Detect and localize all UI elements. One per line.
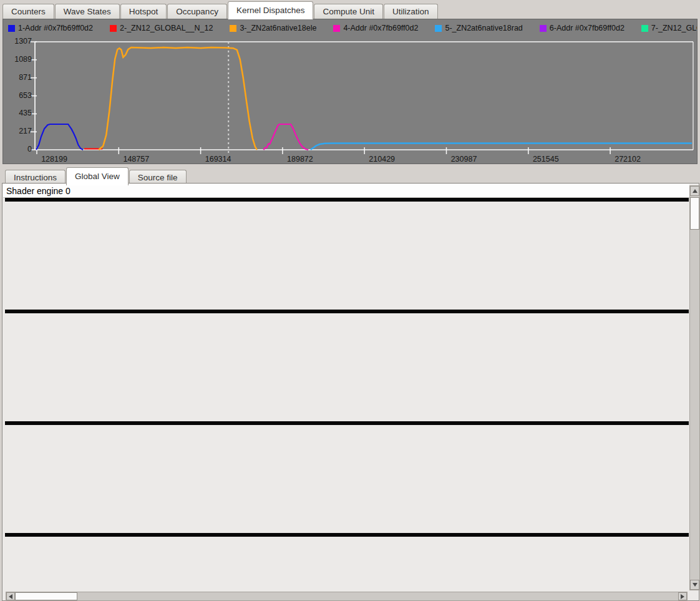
x-tick-label: 210429 [363, 155, 401, 164]
tab-wave-states[interactable]: Wave States [55, 4, 120, 19]
horizontal-scrollbar[interactable] [6, 592, 688, 601]
y-tick-label: 217 [6, 127, 32, 135]
tab-occupancy[interactable]: Occupancy [167, 4, 227, 19]
series-3-zn2at6native18ele [99, 47, 256, 150]
group-separator [5, 421, 689, 425]
x-tick-label: 251545 [527, 155, 565, 164]
global-view-panel: Shader engine 0 [2, 183, 699, 601]
y-tick-label: 435 [6, 109, 32, 117]
x-tick-label: 230987 [445, 155, 482, 164]
group-separator [5, 198, 689, 202]
scroll-right-button[interactable] [678, 592, 687, 600]
tab-hotspot[interactable]: Hotspot [120, 4, 167, 19]
scroll-left-button[interactable] [6, 592, 15, 600]
tab-compute-unit[interactable]: Compute Unit [314, 4, 383, 19]
y-tick-label: 1307 [6, 37, 32, 46]
arrow-right-icon [681, 594, 684, 599]
vertical-scrollbar[interactable] [689, 185, 700, 590]
tab-counters[interactable]: Counters [2, 4, 54, 19]
dispatch-timeline-chart[interactable] [3, 19, 698, 165]
series-4-addr-0x7fb69ff0d2 [263, 124, 308, 150]
tab-global-view[interactable]: Global View [66, 167, 129, 185]
arrow-down-icon [693, 583, 698, 587]
x-tick-label: 169314 [200, 155, 237, 164]
tab-utilization[interactable]: Utilization [384, 4, 438, 19]
x-tick-label: 189872 [281, 155, 319, 164]
x-tick-label: 272102 [609, 155, 646, 164]
shader-engine-header: Shader engine 0 [3, 184, 689, 198]
group-separator [5, 533, 689, 537]
series-1-addr-0x7fb69ff0d2 [36, 124, 83, 150]
kernel-dispatch-chart-panel: 1-Addr #0x7fb69ff0d22-_ZN12_GLOBAL__N_12… [2, 19, 698, 164]
tab-kernel-dispatches[interactable]: Kernel Dispatches [228, 1, 314, 19]
y-tick-label: 0 [6, 145, 32, 154]
series-5-zn2at6native18rad [311, 143, 692, 149]
y-tick-label: 1089 [6, 55, 32, 64]
scroll-down-button[interactable] [690, 580, 699, 590]
x-tick-label: 148757 [117, 155, 155, 164]
arrow-left-icon [9, 594, 12, 599]
vertical-scroll-thumb[interactable] [690, 197, 699, 230]
main-tab-bar: CountersWave StatesHotspotOccupancyKerne… [2, 1, 439, 19]
y-tick-label: 871 [6, 73, 32, 82]
scroll-up-button[interactable] [690, 186, 699, 196]
x-tick-label: 128199 [36, 155, 73, 164]
wave-rows-viewport[interactable] [5, 198, 689, 590]
horizontal-scroll-thumb[interactable] [15, 592, 77, 600]
group-separator [5, 310, 689, 313]
arrow-up-icon [693, 189, 698, 193]
y-tick-label: 653 [6, 91, 32, 100]
